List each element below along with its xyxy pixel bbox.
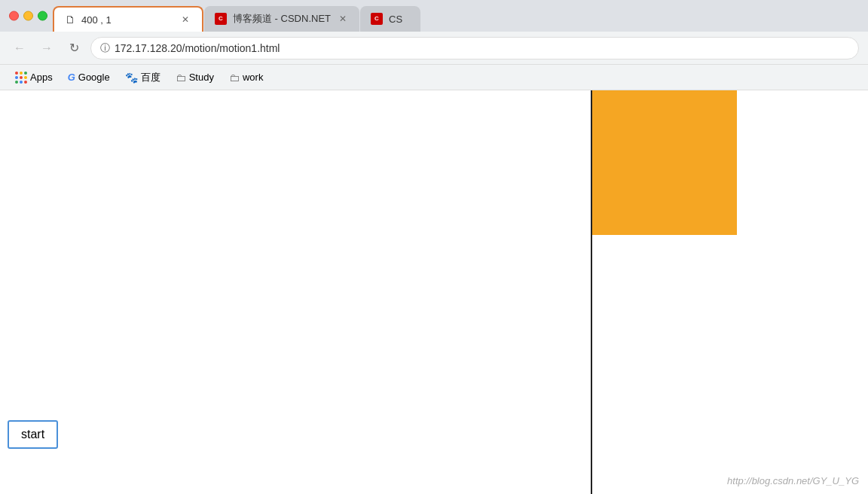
tab-csdn[interactable]: C 博客频道 - CSDN.NET ✕ bbox=[204, 6, 359, 32]
apps-label: Apps bbox=[30, 72, 53, 83]
work-label: work bbox=[243, 72, 263, 83]
forward-button[interactable]: → bbox=[36, 38, 57, 59]
work-folder-icon: 🗀 bbox=[229, 72, 240, 84]
tab-bar: 🗋 400 , 1 ✕ C 博客频道 - CSDN.NET ✕ C CS bbox=[0, 0, 868, 32]
tab-title-active: 400 , 1 bbox=[81, 14, 173, 26]
tab-close-active[interactable]: ✕ bbox=[179, 14, 191, 26]
google-icon: G bbox=[68, 72, 75, 83]
watermark: http://blog.csdn.net/GY_U_YG bbox=[727, 475, 859, 486]
study-label: Study bbox=[189, 72, 214, 83]
apps-grid-icon bbox=[15, 72, 27, 84]
reload-button[interactable]: ↻ bbox=[63, 38, 84, 59]
baidu-icon: 🐾 bbox=[125, 72, 138, 84]
bookmark-google[interactable]: G Google bbox=[62, 69, 116, 85]
bookmark-apps[interactable]: Apps bbox=[9, 69, 59, 86]
tab-close-csdn[interactable]: ✕ bbox=[337, 13, 349, 25]
baidu-label: 百度 bbox=[141, 71, 160, 84]
traffic-lights bbox=[9, 11, 47, 21]
minimize-window-button[interactable] bbox=[23, 11, 33, 21]
bookmark-baidu[interactable]: 🐾 百度 bbox=[119, 69, 167, 87]
tab-csdn2[interactable]: C CS bbox=[360, 6, 420, 32]
bookmarks-bar: Apps G Google 🐾 百度 🗀 Study 🗀 work bbox=[0, 65, 868, 90]
orange-box bbox=[592, 90, 737, 235]
security-icon: ⓘ bbox=[100, 41, 110, 55]
close-window-button[interactable] bbox=[9, 11, 19, 21]
toolbar: ← → ↻ ⓘ 172.17.128.20/motion/motion1.htm… bbox=[0, 32, 868, 65]
bookmark-study[interactable]: 🗀 Study bbox=[170, 69, 220, 86]
tab-document-icon: 🗋 bbox=[65, 14, 75, 26]
study-folder-icon: 🗀 bbox=[176, 72, 186, 84]
browser-chrome: 🗋 400 , 1 ✕ C 博客频道 - CSDN.NET ✕ C CS ← →… bbox=[0, 0, 868, 90]
back-button[interactable]: ← bbox=[9, 38, 30, 59]
tab-title-csdn: 博客频道 - CSDN.NET bbox=[233, 12, 331, 26]
bookmark-work[interactable]: 🗀 work bbox=[223, 69, 269, 86]
start-button[interactable]: start bbox=[8, 420, 58, 449]
maximize-window-button[interactable] bbox=[38, 11, 47, 21]
tab-title-csdn2: CS bbox=[389, 14, 402, 25]
page-content: start http://blog.csdn.net/GY_U_YG bbox=[0, 90, 868, 494]
google-label: Google bbox=[78, 72, 110, 83]
address-text: 172.17.128.20/motion/motion1.html bbox=[115, 42, 280, 54]
csdn-icon-tab3: C bbox=[371, 13, 383, 25]
address-bar[interactable]: ⓘ 172.17.128.20/motion/motion1.html bbox=[90, 37, 859, 59]
csdn-icon-tab2: C bbox=[215, 13, 227, 25]
tab-active[interactable]: 🗋 400 , 1 ✕ bbox=[53, 6, 203, 32]
